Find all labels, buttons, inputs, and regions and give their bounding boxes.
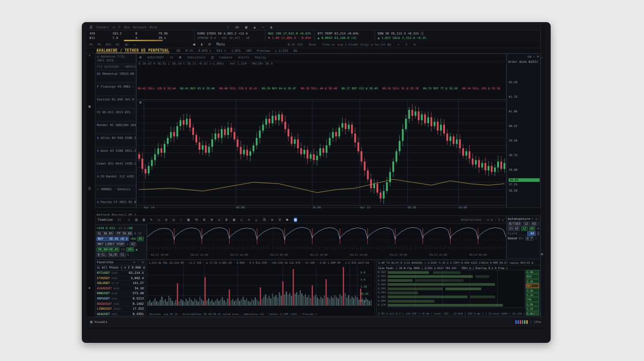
heatmap-row[interactable]: [388, 271, 525, 274]
favorites-row[interactable]: LINKUSDT17.253 23911: [96, 307, 145, 312]
favorites-row[interactable]: AVAXUSDT34.18 4935: [96, 286, 145, 292]
drawing-tool-icon[interactable]: ✎: [150, 218, 153, 222]
watchlist-subheader[interactable]: F21 ACCESS01 · UNF015 · a: [96, 64, 136, 70]
drawing-tool-icon[interactable]: ▣: [233, 218, 235, 222]
toolbar2-right-item[interactable]: Flex w: avg 1 blade (brg) w·tw·jst №1: [322, 43, 391, 46]
order-ticket-row-seg[interactable]: 42: [130, 242, 136, 246]
status-expand-icon[interactable]: ▸: [539, 320, 541, 324]
quote-group[interactable]: EURO STOXX 50 4,983.2 +12.4SPREAD 0.4 · …: [195, 31, 265, 42]
order-ticket-row-seg[interactable]: MKT LIMIT STOP: [96, 242, 125, 246]
title-row-extra[interactable]: △ 2,531: [275, 49, 288, 53]
menu-item[interactable]: Risk: [150, 26, 157, 29]
favorites-row[interactable]: BNBUSDT572.40 2129: [96, 291, 145, 296]
drawing-tool-icon[interactable]: ☰: [263, 218, 266, 222]
toolbar2-item[interactable]: —◧—: [124, 43, 130, 46]
drawing-tool-icon[interactable]: △: [255, 218, 257, 222]
search-icon[interactable]: ⌕: [88, 54, 91, 58]
mini-settings-row-seg[interactable]: 43: [531, 222, 537, 226]
mini-settings-row-seg[interactable]: 12: [523, 222, 529, 226]
drawing-tool-icon[interactable]: ▥: [143, 218, 145, 222]
dom-ladder-cell[interactable]: 1.1k: [526, 307, 539, 311]
drawing-tool-icon[interactable]: ⇩: [180, 218, 182, 222]
dom-ladder-cell[interactable]: 1.9k: [526, 302, 539, 306]
toolbar2-mid-item[interactable]: ●: [193, 42, 196, 47]
drawing-tool-icon[interactable]: ⊞: [203, 218, 205, 222]
toolbar2-item[interactable]: M15: [106, 43, 111, 46]
chart-toolbar-item[interactable]: AVAX/USDT · 15: [147, 56, 173, 59]
menu-center-icon[interactable]: ▦: [245, 25, 247, 30]
chart-toolbar-item[interactable]: Compare: [219, 56, 233, 59]
dom-ladder-cell[interactable]: 1.4k: [526, 270, 539, 274]
favorites-header-icons[interactable]: ⊕ ⋮ ⚙: [133, 260, 144, 265]
panel-toggle-icon[interactable]: ◫: [88, 186, 91, 191]
status-label[interactable]: Visuals: [94, 320, 107, 324]
favorites-row[interactable]: BTCUSDT63,214.5 1143: [96, 271, 145, 276]
menu-item[interactable]: Account: [133, 26, 146, 29]
watchlist-row[interactable]: 4 Axon A3 1500 2021.21.31: [96, 147, 136, 160]
order-ticket-row-seg[interactable]: BUY · 38.45 ×0.5: [96, 237, 129, 241]
menu-center-icon[interactable]: ⇩: [227, 25, 229, 30]
toolbar2-mid-item[interactable]: Menu: [216, 42, 225, 47]
favorites-row[interactable]: SOLUSDT141.27 43 19: [96, 281, 145, 286]
heatmap-row[interactable]: [388, 291, 525, 295]
toolbar2-right-item[interactable]: 0.42 423: [288, 43, 303, 46]
menu-item[interactable]: Qtx: [124, 26, 130, 29]
mini-settings-row-seg[interactable]: 12: [521, 227, 527, 231]
order-ticket-row-seg[interactable]: B-CL: [96, 253, 107, 257]
drawing-tool-icon[interactable]: ◇: [248, 218, 250, 222]
heatmap-row[interactable]: [388, 300, 525, 303]
heatmap-row[interactable]: [388, 275, 525, 278]
order-ticket-row-seg[interactable]: TP 39.60: [115, 231, 133, 236]
add-icon[interactable]: ✚: [88, 286, 91, 290]
chart-toolbar-item[interactable]: ◫: [211, 55, 214, 60]
order-ticket-row-seg[interactable]: CL: [119, 253, 126, 257]
chart-toolbar-item[interactable]: ⊞: [179, 55, 181, 60]
mini-settings-row-seg[interactable]: .04: [527, 231, 536, 236]
title-row-extra[interactable]: 104: [246, 49, 252, 53]
favorites-subheader[interactable]: 🗀 All Poses | ⊙ Σ 0.006 au ▾: [96, 265, 145, 271]
dom-ladder-cell[interactable]: 2.1k: [526, 279, 539, 283]
drawing-tool-icon[interactable]: ✚: [271, 218, 273, 222]
title-row-extra[interactable]: 88: [176, 49, 180, 53]
title-row-extra[interactable]: Preview: [257, 49, 270, 53]
symbol-title[interactable]: AVALANCHE / TETHER US PERPETUAL: [96, 49, 169, 53]
mini-settings-row-seg[interactable]: 1: [537, 231, 539, 236]
price-panel-icons[interactable]: Lα — ⚗: [507, 54, 540, 59]
menu-center-icon[interactable]: —: [262, 25, 264, 30]
drawing-tool-icon[interactable]: ◔: [165, 218, 167, 222]
heatmap-row[interactable]: [388, 303, 525, 307]
watchlist-row[interactable]: 4 Pacino F2 2021 01 0.33.05: [96, 199, 136, 211]
title-row-extra[interactable]: 641 ⌖: [217, 49, 226, 53]
dom-ladder-cell[interactable]: 3.3k: [526, 288, 539, 292]
menu-item[interactable]: ☰: [89, 25, 92, 30]
favorites-row[interactable]: DOGEUSDT0.1482 7160: [96, 302, 145, 307]
order-ticket-row-seg[interactable]: 4%: [137, 237, 143, 241]
heatmap-plot[interactable]: [387, 270, 525, 308]
mini-settings-row-seg[interactable]: 655: [538, 222, 539, 226]
drawing-tool-icon[interactable]: ≣: [226, 218, 228, 222]
drawing-tool-icon[interactable]: ⟲: [195, 218, 198, 222]
order-ticket-row-seg[interactable]: SL 38.05: [96, 231, 114, 236]
watchlist-row[interactable]: Render 01 5801204 204.3: [96, 122, 136, 134]
title-row-extra[interactable]: 1,025: [231, 49, 241, 53]
workspace-icon[interactable]: ▦: [90, 320, 92, 324]
watchlist-row[interactable]: Session 61.058 441 H 19.18: [96, 96, 136, 109]
heatmap-row[interactable]: [388, 287, 525, 291]
mini-settings-row-seg[interactable]: 21·43: [508, 227, 520, 231]
chart-settings-icon[interactable]: ⚙: [139, 100, 142, 104]
order-ticket-row-seg[interactable]: 38.40×38.45: [96, 247, 119, 252]
drawing-tool-icon[interactable]: ▦: [188, 218, 190, 222]
price-label-menu-icon[interactable]: ⋮: [518, 178, 523, 182]
favorites-row[interactable]: ADAUSDT0.4391 3459: [96, 312, 145, 317]
favorites-row[interactable]: ETHUSDT3,092.4 0799: [96, 276, 145, 281]
title-row-extra[interactable]: 0m: [293, 49, 297, 53]
order-ticket-row-seg[interactable]: 165: [126, 247, 134, 252]
toolbar2-right-item[interactable]: Bias: [309, 43, 316, 46]
mini-settings-row-seg[interactable]: 0/7163: [508, 222, 521, 226]
drawing-tool-icon[interactable]: ○: [240, 218, 242, 222]
gold-slider[interactable]: [124, 40, 163, 41]
toolbar2-item[interactable]: M1: [89, 43, 93, 46]
menu-center-icon[interactable]: ▲: [253, 25, 256, 30]
volume-histogram[interactable]: [147, 265, 375, 306]
chart-toolbar-item[interactable]: Replay: [255, 56, 266, 59]
